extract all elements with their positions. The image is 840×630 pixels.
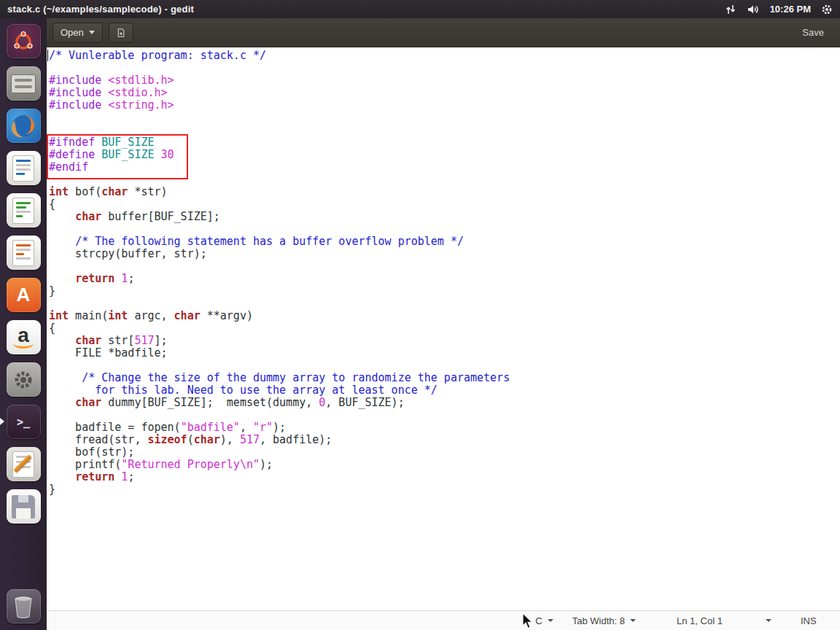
code-line bbox=[49, 359, 840, 372]
launcher-item-trash[interactable] bbox=[0, 589, 47, 624]
code-line: /* Vunlerable program: stack.c */ bbox=[49, 50, 840, 62]
clock[interactable]: 10:26 PM bbox=[770, 4, 811, 15]
launcher-item-firefox[interactable] bbox=[0, 109, 47, 144]
save-button[interactable]: Save bbox=[796, 24, 830, 41]
files-icon bbox=[7, 66, 41, 101]
text-editor-area[interactable]: /* Vunlerable program: stack.c */ #inclu… bbox=[47, 47, 840, 610]
desktop: stack.c (~/examples/samplecode) - gedit … bbox=[0, 0, 840, 630]
code-line bbox=[49, 260, 840, 273]
code-line: } bbox=[49, 285, 840, 298]
launcher-item-impress[interactable] bbox=[0, 236, 47, 271]
terminal-icon: >_ bbox=[7, 405, 41, 439]
open-button-label: Open bbox=[61, 27, 84, 38]
code-line: char buffer[BUF_SIZE]; bbox=[49, 211, 840, 223]
code-line: int bof(char *str) bbox=[49, 186, 840, 198]
insert-mode-indicator[interactable]: INS bbox=[793, 611, 830, 630]
trash-icon bbox=[7, 589, 41, 623]
gedit-window: Open Save /* Vunlerable program: stack.c… bbox=[47, 18, 840, 630]
text-editor-icon bbox=[7, 447, 41, 481]
launcher: A a >_ bbox=[0, 18, 47, 630]
tab-width-label: Tab Width: 8 bbox=[572, 615, 625, 626]
tab-width-selector[interactable]: Tab Width: 8 bbox=[565, 611, 643, 630]
code-line: for this lab. Need to use the array at l… bbox=[49, 384, 840, 397]
gear-icon[interactable] bbox=[821, 4, 833, 15]
code-line: strcpy(buffer, str); bbox=[49, 248, 840, 260]
new-document-icon bbox=[117, 27, 125, 39]
system-settings-icon bbox=[7, 362, 41, 397]
code-line: #endif bbox=[49, 161, 840, 174]
launcher-item-settings[interactable] bbox=[0, 362, 47, 397]
ubuntu-software-icon: A bbox=[7, 278, 41, 312]
software-glyph: A bbox=[17, 284, 31, 306]
gedit-toolbar: Open Save bbox=[47, 18, 840, 47]
code-line: /* The following statement has a buffer … bbox=[49, 236, 840, 248]
amazon-icon: a bbox=[7, 320, 41, 354]
code-line: } bbox=[49, 483, 840, 496]
launcher-item-dash[interactable] bbox=[0, 24, 47, 59]
code-line bbox=[49, 409, 840, 421]
running-indicator bbox=[0, 418, 4, 425]
launcher-item-floppy[interactable] bbox=[0, 489, 47, 524]
code-line: char dummy[BUF_SIZE]; memset(dummy, 0, B… bbox=[49, 397, 840, 409]
code-area: /* Vunlerable program: stack.c */ #inclu… bbox=[49, 50, 840, 496]
code-line: #define BUF_SIZE 30 bbox=[49, 149, 840, 161]
firefox-icon bbox=[7, 109, 41, 143]
launcher-item-amazon[interactable]: a bbox=[0, 320, 47, 355]
mouse-cursor bbox=[522, 612, 535, 630]
libreoffice-writer-icon bbox=[7, 151, 41, 185]
code-line: badfile = fopen("badfile", "r"); bbox=[49, 421, 840, 434]
cursor-position-label: Ln 1, Col 1 bbox=[677, 615, 723, 626]
code-line: { bbox=[49, 198, 840, 211]
code-line: { bbox=[49, 322, 840, 335]
top-panel: stack.c (~/examples/samplecode) - gedit … bbox=[0, 0, 840, 18]
chevron-down-icon bbox=[548, 619, 553, 622]
network-arrows-icon[interactable] bbox=[725, 4, 736, 15]
code-line bbox=[49, 298, 840, 310]
chevron-down-icon bbox=[630, 619, 636, 622]
code-line: #include <stdlib.h> bbox=[49, 74, 840, 87]
code-line: printf("Returned Properly\n"); bbox=[49, 459, 840, 471]
code-line: int main(int argc, char **argv) bbox=[49, 310, 840, 322]
volume-icon[interactable] bbox=[747, 4, 760, 15]
launcher-item-calc[interactable] bbox=[0, 193, 47, 228]
code-line bbox=[49, 174, 840, 186]
window-title: stack.c (~/examples/samplecode) - gedit bbox=[7, 4, 194, 15]
launcher-item-files[interactable] bbox=[0, 66, 47, 101]
launcher-item-writer[interactable] bbox=[0, 151, 47, 186]
statusbar: C Tab Width: 8 Ln 1, Col 1 INS bbox=[47, 610, 840, 630]
code-line bbox=[49, 112, 840, 124]
code-line bbox=[49, 223, 840, 236]
chevron-down-icon bbox=[766, 619, 771, 622]
code-line: bof(str); bbox=[49, 446, 840, 459]
floppy-icon bbox=[7, 489, 41, 524]
code-line: fread(str, sizeof(char), 517, badfile); bbox=[49, 434, 840, 446]
code-line bbox=[49, 124, 840, 136]
code-line: #include <stdio.h> bbox=[49, 87, 840, 99]
code-line bbox=[49, 62, 840, 74]
open-button[interactable]: Open bbox=[52, 23, 103, 43]
ubuntu-dash-icon bbox=[7, 24, 41, 58]
code-line: char str[517]; bbox=[49, 335, 840, 347]
cursor-position[interactable]: Ln 1, Col 1 bbox=[669, 611, 779, 630]
code-line: return 1; bbox=[49, 273, 840, 285]
launcher-item-text-editor[interactable] bbox=[0, 447, 47, 482]
insert-mode-label: INS bbox=[801, 615, 817, 626]
libreoffice-impress-icon bbox=[7, 236, 41, 270]
launcher-item-software[interactable]: A bbox=[0, 278, 47, 313]
code-line: /* Change the size of the dummy array to… bbox=[49, 372, 840, 384]
code-line: return 1; bbox=[49, 471, 840, 483]
text-caret bbox=[47, 50, 48, 61]
chevron-down-icon bbox=[89, 31, 95, 34]
libreoffice-calc-icon bbox=[7, 193, 41, 228]
code-line: #ifndef BUF_SIZE bbox=[49, 136, 840, 149]
launcher-item-terminal[interactable]: >_ bbox=[0, 405, 47, 440]
code-line: #include <string.h> bbox=[49, 99, 840, 112]
terminal-glyph: >_ bbox=[17, 416, 30, 429]
code-line: FILE *badfile; bbox=[49, 347, 840, 359]
language-label: C bbox=[535, 615, 542, 626]
new-document-button[interactable] bbox=[109, 23, 133, 43]
